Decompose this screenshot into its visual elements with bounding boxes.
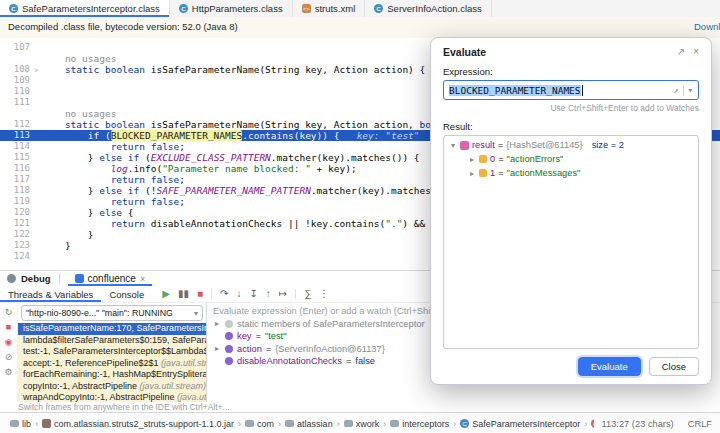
stop-icon[interactable]: ■ <box>197 289 203 299</box>
line-number[interactable]: 116 <box>0 163 30 174</box>
chevron-right-icon[interactable]: ▸ <box>213 343 221 356</box>
thread-selector[interactable]: "http-nio-8090-e..." "main": RUNNING ▾ <box>21 305 203 321</box>
close-button[interactable]: Close <box>649 357 699 376</box>
result-item[interactable]: ▸1 = "actionMessages" <box>444 166 698 180</box>
breadcrumb-lib[interactable]: lib <box>10 419 31 429</box>
resume-icon[interactable]: ▶ <box>162 289 170 299</box>
ide-window: CSafeParametersInterceptor.classCHttpPar… <box>0 0 720 433</box>
xml-file-icon: <> <box>302 4 311 13</box>
dialog-titlebar[interactable]: Evaluate ↗ × <box>443 46 699 58</box>
line-number[interactable]: 117 <box>0 174 30 185</box>
editor-tab-HttpParameters.class[interactable]: CHttpParameters.class <box>170 0 293 17</box>
thread-selector-value: "http-nio-8090-e..." "main": RUNNING <box>26 308 191 318</box>
close-icon[interactable]: × <box>693 47 699 57</box>
editor-tab-ServerInfoAction.class[interactable]: CServerInfoAction.class <box>365 0 492 17</box>
result-root-row[interactable]: ▾ result = {HashSet@61145} size = 2 <box>444 138 698 152</box>
chevron-right-icon[interactable]: ▸ <box>468 169 476 178</box>
element-icon <box>479 169 487 177</box>
pause-icon[interactable]: ▮▮ <box>178 289 189 299</box>
evaluate-expression-icon[interactable]: ∑ <box>304 289 311 299</box>
breadcrumb-separator: › <box>584 419 587 429</box>
stack-frame[interactable]: test:-1, SafeParametersInterceptor$$Lamb… <box>18 346 206 358</box>
line-number[interactable]: 120 <box>0 207 30 218</box>
force-step-into-icon[interactable]: ↧ <box>249 289 257 299</box>
line-number[interactable]: 115 <box>0 152 30 163</box>
evaluate-dialog: Evaluate ↗ × Expression: BLOCKED_PARAMET… <box>430 37 712 385</box>
stack-frame[interactable]: isSafeParameterName:170, SafeParametersI… <box>18 323 206 335</box>
parameter-icon <box>225 357 233 365</box>
breadcrumb-atlassian[interactable]: atlassian <box>285 419 333 429</box>
step-out-icon[interactable]: ↑ <box>266 289 271 299</box>
step-into-icon[interactable]: ↓ <box>236 289 241 299</box>
line-number[interactable] <box>0 53 30 64</box>
view-breakpoints-icon[interactable]: ◉ <box>5 338 13 347</box>
breadcrumb-interceptors[interactable]: interceptors <box>390 419 449 429</box>
tab-label: SafeParametersInterceptor.class <box>22 3 160 14</box>
chevron-right-icon[interactable]: ▸ <box>213 318 221 331</box>
editor-tab-struts.xml[interactable]: <>struts.xml <box>293 0 366 17</box>
line-number[interactable]: 107 <box>0 42 30 53</box>
stack-frame[interactable]: lambda$filterSafeParameters$0:159, SafeP… <box>18 335 206 347</box>
evaluate-button[interactable]: Evaluate <box>578 357 641 376</box>
line-number[interactable]: 108 <box>0 64 30 75</box>
more-icon[interactable]: ⋮ <box>319 289 329 299</box>
line-number[interactable]: 119 <box>0 196 30 207</box>
stack-frame[interactable]: forEachRemaining:-1, HashMap$EntrySplite… <box>18 369 206 381</box>
fold-icon[interactable]: › <box>30 64 42 75</box>
debug-panel-title: Debug <box>21 273 51 284</box>
jar-icon <box>42 419 51 428</box>
line-number[interactable] <box>0 108 30 119</box>
close-icon[interactable]: × <box>140 274 145 284</box>
class-file-icon: C <box>374 4 383 13</box>
result-item[interactable]: ▸0 = "actionErrors" <box>444 152 698 166</box>
stop-icon[interactable]: ■ <box>6 323 11 332</box>
line-number[interactable]: 109 <box>0 75 30 86</box>
run-to-cursor-icon[interactable]: ↦ <box>279 289 287 299</box>
chevron-down-icon[interactable]: ▾ <box>449 141 457 150</box>
chevron-down-icon: ▾ <box>194 309 198 318</box>
breadcrumb-com[interactable]: com <box>245 419 274 429</box>
editor-tab-SafeParametersInterceptor.class[interactable]: CSafeParametersInterceptor.class <box>0 0 170 17</box>
stack-frame[interactable]: accept:-1, ReferencePipeline$2$1 (java.u… <box>18 358 206 370</box>
mute-breakpoints-icon[interactable]: ⊘ <box>5 353 13 362</box>
line-number[interactable]: 124 <box>0 251 30 262</box>
editor-tab-bar: CSafeParametersInterceptor.classCHttpPar… <box>0 0 720 18</box>
settings-icon[interactable]: ⚙ <box>4 368 12 377</box>
session-tab-label: confluence <box>88 273 136 284</box>
line-number[interactable]: 114 <box>0 141 30 152</box>
line-number[interactable]: 111 <box>0 97 30 108</box>
chevron-right-icon[interactable]: ▸ <box>468 155 476 164</box>
expand-editor-icon[interactable]: ↗ <box>673 86 678 95</box>
line-number[interactable]: 123 <box>0 240 30 251</box>
line-separator-indicator[interactable]: CRLF <box>688 419 712 429</box>
tab-console[interactable]: Console <box>101 286 152 302</box>
result-label: Result: <box>443 121 699 132</box>
run-config-icon <box>75 274 84 283</box>
line-number[interactable]: 110 <box>0 86 30 97</box>
element-icon <box>479 155 487 163</box>
tab-threads-variables[interactable]: Threads & Variables <box>0 286 101 302</box>
history-chevron-icon[interactable]: ▾ <box>688 86 693 95</box>
stack-frame[interactable]: copyInto:-1, AbstractPipeline (java.util… <box>18 381 206 393</box>
tab-label: struts.xml <box>315 3 356 14</box>
line-number[interactable]: 121 <box>0 218 30 229</box>
rerun-icon[interactable]: ↻ <box>5 308 13 317</box>
breadcrumb-xwork[interactable]: xwork <box>344 419 380 429</box>
caret-position[interactable]: 113:27 (23 chars) <box>602 419 674 429</box>
step-over-icon[interactable]: ↷ <box>220 289 228 299</box>
breadcrumb-separator: › <box>278 419 281 429</box>
divider <box>211 289 212 299</box>
open-in-editor-icon[interactable]: ↗ <box>677 47 685 57</box>
breadcrumb-com.atlassian.struts2_struts-support-1.1.0.jar[interactable]: com.atlassian.struts2_struts-support-1.1… <box>42 419 234 429</box>
download-link[interactable]: Download <box>694 17 720 37</box>
line-number[interactable]: 113 <box>0 130 30 141</box>
line-number[interactable]: 118 <box>0 185 30 196</box>
breadcrumb-SafeParametersInterceptor[interactable]: CSafeParametersInterceptor <box>460 419 580 429</box>
breadcrumb-separator: › <box>35 419 38 429</box>
debug-toolbar: ▶▮▮■↷↓↧↑↦∑⋮ <box>162 289 329 299</box>
line-number[interactable]: 112 <box>0 119 30 130</box>
expression-input[interactable]: BLOCKED_PARAMETER_NAMES ↗ ▾ <box>443 80 699 100</box>
line-number[interactable]: 122 <box>0 229 30 240</box>
debug-icon <box>7 274 16 283</box>
session-tab-confluence[interactable]: confluence × <box>68 271 153 286</box>
